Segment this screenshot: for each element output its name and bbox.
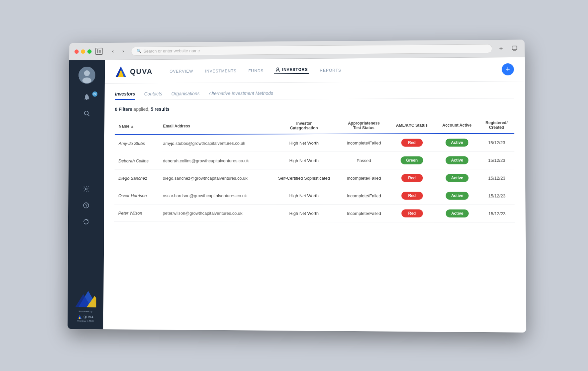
table-row[interactable]: Peter Wilson peter.wilson@growthcapitalv… [114, 204, 514, 222]
svg-text:?: ? [85, 203, 87, 208]
cell-name: Deborah Collins [114, 152, 159, 169]
new-tab-button[interactable]: + [496, 44, 506, 53]
table-row[interactable]: Amy-Jo Stubs amyjo.stubbs@growthcapitalv… [115, 133, 514, 152]
cell-account-active: Active [435, 205, 479, 222]
sidebar-item-settings[interactable] [68, 181, 104, 197]
tab-alt-investment[interactable]: Alternative Investment Methods [208, 91, 273, 99]
svg-point-12 [85, 188, 87, 190]
avatar[interactable] [78, 67, 95, 84]
sort-icon: ▲ [130, 124, 134, 128]
nav-funds[interactable]: FUNDS [247, 68, 265, 73]
sidebar-item-refresh[interactable] [68, 214, 104, 230]
active-badge: Active [446, 156, 468, 164]
tab-investors[interactable]: Investors [115, 91, 135, 100]
col-registered[interactable]: Registered/Created [479, 117, 514, 134]
main-nav: OVERVIEW INVESTMENTS FUNDS INVESTORS REP… [168, 67, 343, 75]
nav-reports[interactable]: REPORTS [318, 68, 343, 73]
logo-text: QUVA [130, 67, 153, 76]
nav-overview[interactable]: OVERVIEW [168, 69, 194, 74]
active-badge: Active [446, 192, 468, 200]
cell-appropriateness: Incomplete/Failed [339, 187, 389, 205]
active-badge: Active [446, 139, 468, 147]
person-icon [275, 67, 280, 72]
active-badge: Active [446, 210, 468, 217]
cell-name: Oscar Harrison [114, 187, 159, 204]
cell-account-active: Active [435, 134, 479, 152]
col-name[interactable]: Name ▲ [115, 118, 159, 135]
sub-tabs: Investors Contacts Organisations Alterna… [115, 89, 514, 100]
cell-aml: Green [389, 152, 435, 169]
svg-rect-9 [86, 99, 87, 100]
table-row[interactable]: Diego Sanchez diego.sanchez@growthcapita… [114, 169, 514, 187]
back-button[interactable]: ‹ [109, 47, 117, 55]
svg-rect-3 [98, 52, 101, 53]
aml-badge: Red [401, 174, 423, 182]
browser-controls [74, 49, 91, 54]
cell-aml: Red [389, 187, 435, 205]
cell-registered: 15/12/23 [479, 187, 514, 205]
sidebar-item-search[interactable] [69, 105, 104, 122]
sidebar-item-help[interactable]: ? [68, 197, 104, 214]
notification-badge: 22 [92, 92, 97, 97]
active-badge: Active [446, 174, 468, 182]
powered-by-text: Powered by [68, 310, 103, 313]
col-email[interactable]: Email Address [159, 118, 269, 135]
version-text: Version 1.68.0 [67, 320, 103, 323]
add-button[interactable]: + [502, 63, 514, 75]
svg-rect-2 [98, 51, 101, 52]
table-row[interactable]: Oscar Harrison oscar.harrison@growthcapi… [114, 187, 514, 205]
sidebar-bottom: Powered by QUVA Version 1.68.0 [67, 289, 103, 329]
tabs-button[interactable] [509, 44, 519, 53]
close-button[interactable] [74, 49, 79, 54]
cell-account-active: Active [435, 187, 479, 205]
top-nav: QUVA OVERVIEW INVESTMENTS FUNDS INVESTOR… [104, 57, 524, 84]
cell-name: Peter Wilson [114, 204, 159, 222]
aml-badge: Red [401, 209, 423, 217]
forward-button[interactable]: › [119, 47, 127, 55]
sidebar-triangle-decoration [75, 289, 96, 307]
svg-rect-1 [98, 50, 101, 51]
logo-area: QUVA [115, 65, 153, 77]
cell-aml: Red [389, 134, 435, 152]
svg-line-11 [88, 114, 89, 116]
filter-line: 0 Filters applied, 5 results [115, 105, 514, 112]
cell-email: oscar.harrison@growthcapitalventures.co.… [159, 187, 269, 204]
cell-appropriateness: Incomplete/Failed [339, 205, 389, 222]
cell-email: diego.sanchez@growthcapitalventures.co.u… [159, 169, 269, 187]
tab-organisations[interactable]: Organisations [171, 91, 199, 99]
minimize-button[interactable] [81, 49, 85, 54]
sidebar-item-notifications[interactable]: 22 [69, 89, 105, 105]
col-categorisation[interactable]: InvestorCategorisation [269, 118, 339, 134]
cell-categorisation: High Net Worth [269, 187, 339, 204]
svg-rect-4 [512, 46, 516, 50]
col-account-active[interactable]: Account Active [435, 117, 479, 134]
cell-categorisation: High Net Worth [269, 134, 339, 152]
cell-email: amyjo.stubbs@growthcapitalventures.co.uk [159, 134, 269, 152]
cell-categorisation: Self-Certified Sophisticated [269, 169, 339, 187]
app-container: 22 ? [67, 57, 526, 333]
maximize-button[interactable] [87, 49, 91, 54]
investors-table: Name ▲ Email Address InvestorCategorisat… [114, 117, 514, 222]
table-row[interactable]: Deborah Collins deborah.collins@growthca… [114, 151, 514, 169]
svg-rect-5 [513, 50, 516, 51]
tab-contacts[interactable]: Contacts [144, 91, 162, 100]
cell-email: peter.wilson@growthcapitalventures.co.uk [159, 204, 269, 222]
cell-registered: 15/12/23 [479, 151, 514, 169]
address-text: Search or enter website name [143, 48, 200, 53]
cell-account-active: Active [435, 152, 479, 169]
table-header: Name ▲ Email Address InvestorCategorisat… [115, 117, 514, 135]
cell-appropriateness: Passed [339, 152, 388, 169]
nav-investors[interactable]: INVESTORS [274, 67, 309, 74]
quva-small-logo [77, 314, 82, 320]
browser-nav: ‹ › [109, 47, 127, 55]
nav-investments[interactable]: INVESTMENTS [203, 69, 238, 73]
sidebar-toggle-icon[interactable] [95, 48, 103, 55]
cell-registered: 15/12/23 [479, 169, 514, 187]
col-appropriateness[interactable]: AppropriatenessTest Status [339, 117, 388, 134]
cell-account-active: Active [435, 169, 479, 187]
address-bar[interactable]: 🔍 Search or enter website name [131, 44, 492, 56]
col-aml[interactable]: AML/KYC Status [388, 117, 435, 134]
cell-appropriateness: Incomplete/Failed [339, 169, 388, 187]
cell-name: Diego Sanchez [114, 169, 159, 187]
page-content: Investors Contacts Organisations Alterna… [103, 81, 526, 333]
